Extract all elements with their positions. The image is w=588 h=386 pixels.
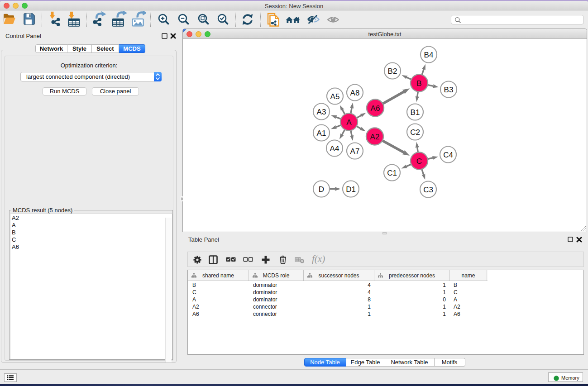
svg-text:B3: B3	[444, 86, 454, 94]
svg-text:C4: C4	[443, 151, 453, 159]
svg-text:C1: C1	[387, 169, 397, 177]
svg-text:A6: A6	[371, 104, 380, 113]
svg-text:A8: A8	[350, 89, 360, 97]
svg-text:A7: A7	[350, 147, 360, 156]
svg-text:A5: A5	[330, 92, 340, 101]
svg-text:C: C	[416, 157, 422, 166]
svg-text:C2: C2	[410, 128, 420, 137]
svg-text:A3: A3	[317, 108, 326, 116]
svg-text:A1: A1	[317, 129, 326, 138]
svg-text:A4: A4	[330, 144, 339, 153]
svg-text:B1: B1	[411, 108, 420, 117]
svg-text:D: D	[319, 185, 324, 194]
svg-text:B: B	[416, 79, 421, 88]
svg-text:A2: A2	[370, 133, 380, 141]
svg-text:C3: C3	[423, 186, 433, 194]
svg-text:B2: B2	[388, 67, 397, 76]
svg-text:B4: B4	[424, 51, 434, 59]
svg-text:D1: D1	[346, 185, 356, 194]
svg-text:A: A	[346, 118, 352, 127]
